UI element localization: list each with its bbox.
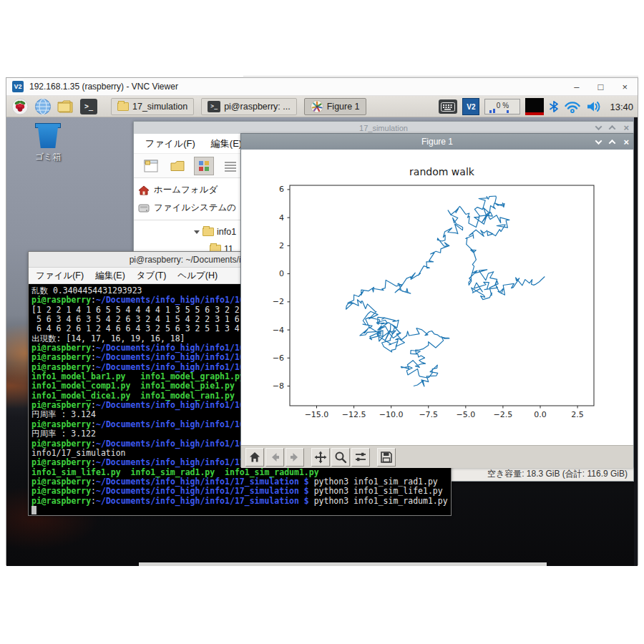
svg-text:4: 4: [279, 213, 284, 223]
sidebar-item-home[interactable]: ホームフォルダ: [134, 181, 240, 199]
new-folder-button[interactable]: [167, 157, 187, 175]
disk-icon: [138, 204, 150, 213]
svg-text:−8: −8: [273, 381, 284, 391]
svg-text:−12.5: −12.5: [342, 410, 366, 419]
bluetooth-icon[interactable]: [549, 100, 559, 113]
figure-window: Figure 1 × random walk−15.0−12.5−10.0−7.…: [240, 133, 634, 467]
temp-monitor-widget[interactable]: [525, 98, 544, 115]
maximize-icon[interactable]: [609, 139, 616, 146]
subplots-config-button[interactable]: [351, 448, 370, 467]
tree-item-label: info1: [217, 227, 236, 237]
terminal-launcher-icon[interactable]: >_: [79, 97, 98, 116]
taskbar-window-label: Figure 1: [327, 102, 360, 112]
zoom-button[interactable]: [331, 448, 350, 467]
browser-globe-icon[interactable]: [34, 97, 52, 116]
figure-titlebar[interactable]: Figure 1 ×: [241, 134, 633, 150]
svg-text:−2.5: −2.5: [494, 410, 513, 419]
trash-icon[interactable]: ゴミ箱: [26, 123, 69, 163]
file-manager-title: 17_simulation: [359, 124, 408, 132]
file-manager-titlebar[interactable]: 17_simulation ×: [134, 122, 633, 134]
tree-item-info1[interactable]: info1: [134, 223, 240, 240]
wifi-icon[interactable]: [564, 100, 581, 113]
desktop: ゴミ箱 17_simulation × ファイル(F) 編集(E): [6, 117, 638, 566]
cpu-monitor[interactable]: 0 %: [484, 99, 520, 114]
back-button[interactable]: [265, 448, 284, 467]
folder-icon: [203, 228, 214, 236]
sidebar-item-label: ホームフォルダ: [154, 184, 218, 196]
list-view-button[interactable]: [220, 157, 240, 175]
svg-text:2.5: 2.5: [571, 410, 584, 419]
plot-canvas: random walk−15.0−12.5−10.0−7.5−5.0−2.50.…: [241, 150, 633, 445]
svg-text:−5.0: −5.0: [456, 410, 475, 419]
menu-edit[interactable]: 編集(E): [211, 137, 242, 150]
taskbar-window-terminal[interactable]: >_ pi@raspberry: ...: [201, 98, 297, 115]
vnc-logo-icon: V2: [12, 81, 24, 92]
svg-text:2: 2: [279, 241, 284, 250]
forward-button[interactable]: [286, 448, 304, 467]
cpu-usage-label: 0 %: [497, 102, 509, 109]
svg-text:6: 6: [279, 185, 284, 194]
figure-title: Figure 1: [421, 137, 453, 147]
taskbar-clock[interactable]: 13:40: [610, 102, 633, 112]
menu-file[interactable]: ファイル(F): [145, 137, 195, 150]
sidebar-divider: [134, 220, 240, 220]
file-manager-folder-icon[interactable]: [57, 97, 75, 116]
volume-icon[interactable]: [586, 100, 602, 113]
home-button[interactable]: [245, 448, 264, 467]
maximize-button[interactable]: □: [598, 82, 604, 92]
sidebar-item-label: ファイルシステムの: [154, 202, 236, 214]
vnc-window-title: 192.168.1.35 (raspberry) - VNC Viewer: [29, 82, 574, 92]
system-tray: V2 0 % 13:40: [439, 96, 633, 117]
home-icon: [138, 185, 150, 195]
new-window-button[interactable]: [141, 157, 161, 175]
pan-button[interactable]: [311, 448, 330, 467]
svg-text:−2: −2: [273, 297, 284, 306]
vnc-viewer-window: V2 192.168.1.35 (raspberry) - VNC Viewer…: [6, 77, 638, 565]
close-icon[interactable]: ×: [623, 137, 629, 147]
menu-help[interactable]: ヘルプ(H): [177, 270, 218, 282]
trash-label: ゴミ箱: [26, 151, 69, 163]
svg-text:−7.5: −7.5: [419, 410, 438, 419]
svg-text:−10.0: −10.0: [379, 410, 404, 419]
taskbar-window-label: pi@raspberry: ...: [224, 102, 291, 112]
close-button[interactable]: ×: [622, 82, 628, 92]
caret-icon: [194, 230, 200, 234]
svg-text:−15.0: −15.0: [305, 410, 329, 419]
matplotlib-icon: [311, 100, 323, 113]
minimize-icon[interactable]: [595, 123, 602, 130]
vnc-tray-icon[interactable]: V2: [462, 98, 479, 115]
cpu-bar: [507, 110, 509, 113]
folder-icon: [117, 102, 129, 111]
cpu-bar: [493, 109, 495, 113]
keyboard-layout-icon[interactable]: [439, 99, 457, 114]
svg-text:random walk: random walk: [409, 166, 475, 177]
random-walk-chart: random walk−15.0−12.5−10.0−7.5−5.0−2.50.…: [241, 150, 635, 445]
menu-edit[interactable]: 編集(E): [95, 270, 125, 282]
minimize-icon[interactable]: [595, 137, 602, 145]
minimize-button[interactable]: –: [574, 82, 579, 92]
svg-text:0.0: 0.0: [534, 410, 547, 419]
terminal-icon: >_: [208, 101, 220, 112]
icon-view-button[interactable]: [194, 157, 214, 175]
menu-tabs[interactable]: タブ(T): [137, 270, 167, 282]
menu-file[interactable]: ファイル(F): [36, 270, 84, 282]
menu-raspberry-icon[interactable]: [11, 97, 29, 116]
close-icon[interactable]: ×: [623, 123, 629, 132]
cpu-bar: [489, 110, 492, 113]
taskbar-window-label: 17_simulation: [132, 102, 187, 112]
taskbar-window-17-simulation[interactable]: 17_simulation: [111, 98, 194, 115]
maximize-icon[interactable]: [609, 125, 616, 132]
bottom-window-edge: [139, 562, 547, 566]
taskbar: >_ 17_simulation >_ pi@raspberry: ... Fi…: [6, 96, 638, 117]
sidebar-item-filesystem[interactable]: ファイルシステムの: [134, 199, 240, 217]
taskbar-window-figure1[interactable]: Figure 1: [304, 98, 366, 115]
svg-text:0: 0: [279, 269, 284, 278]
svg-text:−6: −6: [273, 353, 284, 363]
save-button[interactable]: [377, 448, 396, 467]
matplotlib-toolbar: [241, 445, 633, 468]
vnc-titlebar: V2 192.168.1.35 (raspberry) - VNC Viewer…: [6, 78, 638, 96]
window-border-artifact: [243, 76, 638, 77]
trash-bucket: [36, 127, 59, 148]
svg-text:−4: −4: [273, 326, 284, 335]
